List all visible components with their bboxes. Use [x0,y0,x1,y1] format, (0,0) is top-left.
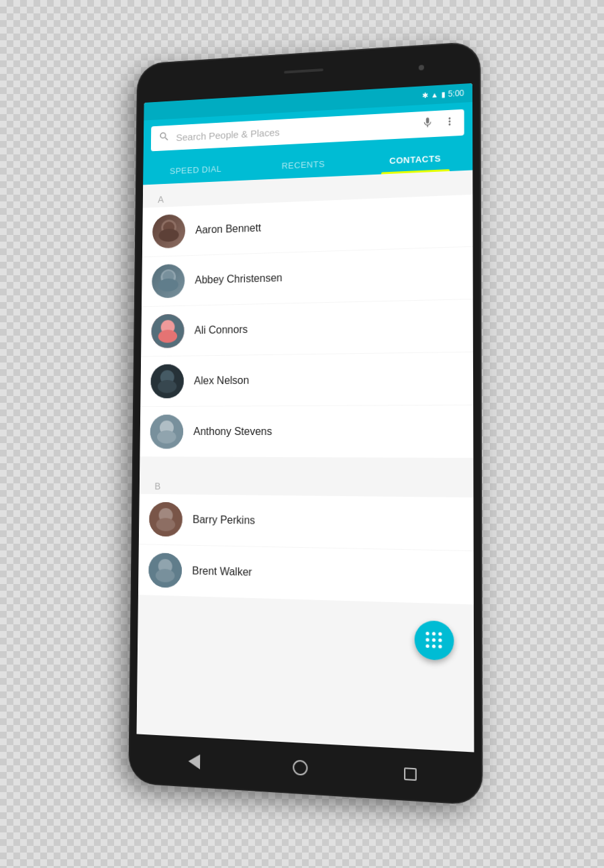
phone-wrapper: ✱ ▲ ▮ 5:00 [114,48,490,820]
contact-name: Barry Perkins [193,514,255,526]
list-item[interactable]: Barry Perkins [139,493,474,550]
screen-content: ✱ ▲ ▮ 5:00 [136,83,474,760]
tab-recents[interactable]: RECENTS [249,148,359,180]
contacts-list: A [136,170,474,761]
list-item[interactable]: Anthony Stevens [140,405,473,457]
bluetooth-icon: ✱ [422,91,428,99]
list-item[interactable]: Abbey Christensen [142,246,473,306]
tab-speed-dial[interactable]: SPEED DIAL [143,153,249,185]
avatar [150,364,184,398]
phone-camera [419,64,424,70]
dialpad-icon [425,631,442,648]
search-placeholder: Search People & Places [176,119,414,142]
back-button[interactable] [181,747,207,776]
mic-icon[interactable] [421,116,434,132]
list-item[interactable]: Ali Connors [141,299,473,356]
section-label-b: B [140,470,474,497]
section-b: B [138,470,474,604]
list-item[interactable]: Alex Nelson [140,352,473,405]
avatar [152,213,185,248]
battery-icon: ▮ [441,89,445,98]
recents-button[interactable] [397,759,425,789]
contact-name: Abbey Christensen [195,272,282,286]
phone-body: ✱ ▲ ▮ 5:00 [130,42,481,804]
list-item[interactable]: Brent Walker [138,544,474,604]
status-icons: ✱ ▲ ▮ 5:00 [422,88,464,100]
phone-screen: ✱ ▲ ▮ 5:00 [136,83,474,760]
recents-icon [404,767,417,781]
home-button[interactable] [287,753,313,782]
search-icon [158,130,170,146]
svg-point-5 [158,278,179,291]
tab-contacts[interactable]: CONTACTS [358,142,472,175]
contact-name: Ali Connors [195,324,248,336]
status-time: 5:00 [448,88,464,98]
avatar [152,263,185,298]
contact-name: Brent Walker [192,565,252,578]
section-divider [140,457,473,473]
contact-name: Aaron Bennett [195,222,261,236]
fab-dialpad[interactable] [415,620,454,660]
phone-speaker [284,68,323,74]
back-icon [189,753,201,769]
avatar [151,314,185,348]
avatar [150,414,184,448]
home-icon [293,759,307,775]
contact-name: Alex Nelson [194,374,249,386]
more-options-icon[interactable] [444,115,456,131]
avatar [149,501,183,536]
avatar [148,552,182,588]
nav-bar [130,733,481,804]
contact-name: Anthony Stevens [193,426,272,438]
wifi-icon: ▲ [431,90,438,99]
phone-container: ✱ ▲ ▮ 5:00 [117,42,481,804]
section-a: A [140,170,473,458]
